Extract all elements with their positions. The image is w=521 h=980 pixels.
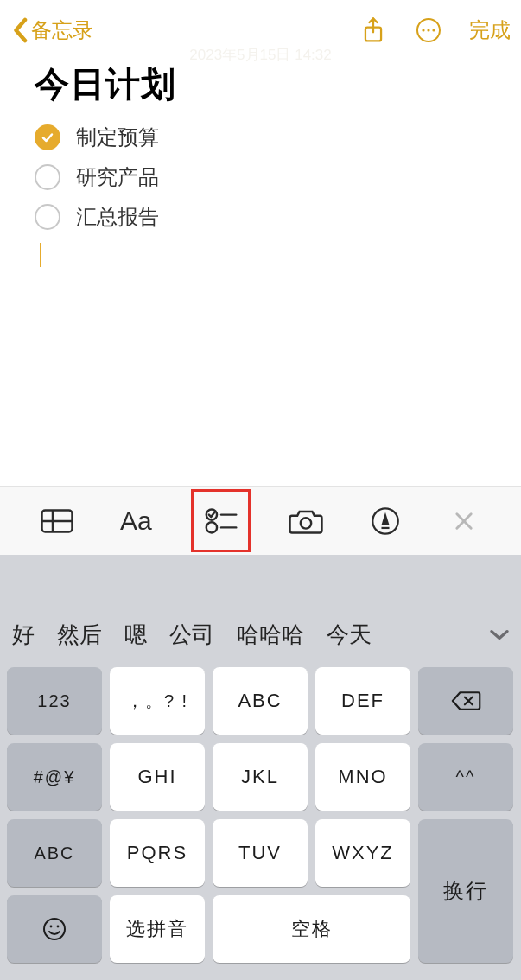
key-punct[interactable]: ，。? ! <box>110 667 205 735</box>
key-backspace[interactable] <box>418 667 513 735</box>
key-switch-abc[interactable]: ABC <box>7 819 102 887</box>
suggestion-item[interactable]: 今天 <box>327 620 372 650</box>
key-symbols[interactable]: #@¥ <box>7 743 102 811</box>
key-tuv[interactable]: TUV <box>213 819 308 887</box>
svg-point-5 <box>432 29 435 31</box>
chevron-left-icon <box>10 17 29 43</box>
highlight-box <box>191 489 251 552</box>
svg-point-11 <box>206 522 217 532</box>
checkbox-icon[interactable] <box>35 164 60 190</box>
share-button[interactable] <box>359 16 388 45</box>
key-pinyin[interactable]: 选拼音 <box>110 895 205 963</box>
camera-icon <box>288 507 324 535</box>
table-icon <box>40 508 74 534</box>
key-jkl[interactable]: JKL <box>213 743 308 811</box>
format-toolbar: Aa <box>0 486 521 555</box>
note-title[interactable]: 今日计划 <box>35 60 486 108</box>
svg-point-13 <box>301 518 311 528</box>
note-body[interactable]: 今日计划 制定预算研究产品汇总报告 <box>0 45 521 486</box>
suggestions-expand-button[interactable] <box>488 621 511 648</box>
text-cursor <box>40 243 41 267</box>
suggestion-item[interactable]: 好 <box>12 620 35 650</box>
backspace-icon <box>449 690 482 712</box>
key-abc[interactable]: ABC <box>213 667 308 735</box>
done-button[interactable]: 完成 <box>469 16 511 44</box>
keyboard: 好然后嗯公司哈哈哈今天 123，。? !ABCDEF#@¥GHIJKLMNO^^… <box>0 555 521 980</box>
key-ghi[interactable]: GHI <box>110 743 205 811</box>
table-button[interactable] <box>33 497 80 544</box>
suggestion-item[interactable]: 嗯 <box>124 620 147 650</box>
checklist-item[interactable]: 研究产品 <box>35 163 486 191</box>
key-wxyz[interactable]: WXYZ <box>315 819 410 887</box>
checklist-item[interactable]: 制定预算 <box>35 124 486 151</box>
suggestion-item[interactable]: 公司 <box>169 620 214 650</box>
markup-icon <box>371 506 400 536</box>
back-button[interactable]: 备忘录 <box>10 16 93 44</box>
svg-point-21 <box>50 926 53 928</box>
key-123[interactable]: 123 <box>7 667 102 735</box>
svg-point-4 <box>427 29 429 31</box>
checklist-button[interactable] <box>197 497 245 544</box>
chevron-down-icon <box>488 628 511 642</box>
checklist-item-text[interactable]: 研究产品 <box>76 163 159 191</box>
suggestion-bar: 好然后嗯公司哈哈哈今天 <box>0 608 521 660</box>
key-space[interactable]: 空格 <box>213 895 410 963</box>
close-icon <box>452 509 476 533</box>
checklist-item-text[interactable]: 制定预算 <box>76 124 159 151</box>
ellipsis-circle-icon <box>416 17 442 43</box>
suggestion-item[interactable]: 然后 <box>57 620 102 650</box>
markup-button[interactable] <box>361 497 409 544</box>
text-format-button[interactable]: Aa <box>112 497 160 544</box>
key-def[interactable]: DEF <box>315 667 410 735</box>
svg-point-22 <box>57 926 60 928</box>
key-enter[interactable]: 换行 <box>418 819 513 963</box>
checklist-item-text[interactable]: 汇总报告 <box>76 203 159 231</box>
checkbox-icon[interactable] <box>35 204 60 230</box>
key-pqrs[interactable]: PQRS <box>110 819 205 887</box>
key-mno[interactable]: MNO <box>315 743 410 811</box>
checklist-icon <box>204 507 238 535</box>
suggestion-item[interactable]: 哈哈哈 <box>237 620 304 650</box>
svg-point-3 <box>422 29 424 31</box>
svg-point-20 <box>44 919 65 939</box>
camera-button[interactable] <box>283 497 330 544</box>
checklist-item[interactable]: 汇总报告 <box>35 203 486 231</box>
back-label: 备忘录 <box>31 16 93 44</box>
key-emoji[interactable] <box>7 895 102 963</box>
emoji-icon <box>41 916 67 942</box>
share-icon <box>361 16 385 45</box>
key-kaomoji[interactable]: ^^ <box>418 743 513 811</box>
dismiss-toolbar-button[interactable] <box>441 497 488 544</box>
more-button[interactable] <box>414 16 443 45</box>
checkbox-checked-icon[interactable] <box>35 124 60 150</box>
